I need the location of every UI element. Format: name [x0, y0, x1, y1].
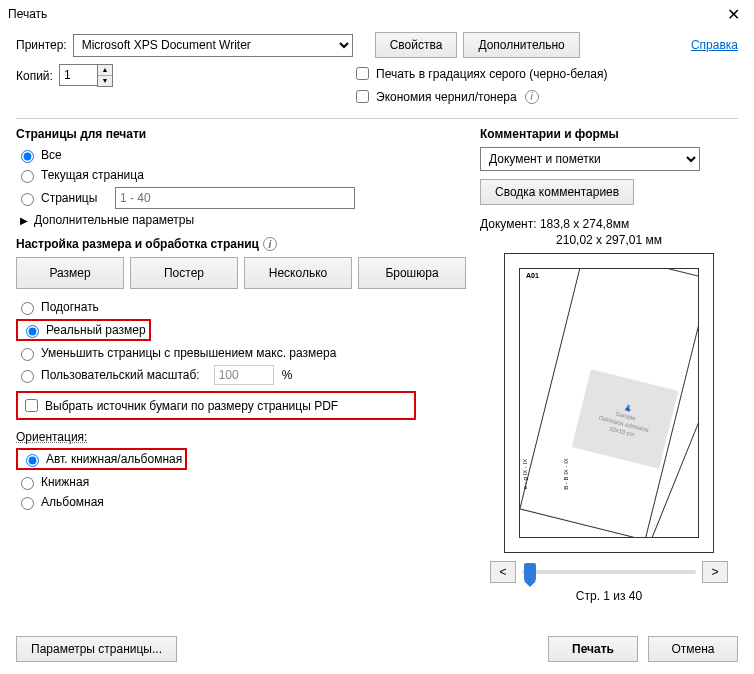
- print-button[interactable]: Печать: [548, 636, 638, 662]
- chevron-left-icon: <: [499, 565, 506, 579]
- comments-select[interactable]: Документ и пометки: [480, 147, 700, 171]
- prev-page-button[interactable]: <: [490, 561, 516, 583]
- comments-summary-button[interactable]: Сводка комментариев: [480, 179, 634, 205]
- grayscale-checkbox[interactable]: [356, 67, 369, 80]
- orientation-auto-label: Авт. книжная/альбомная: [46, 452, 182, 466]
- pages-heading: Страницы для печати: [16, 127, 466, 141]
- orientation-portrait-label: Книжная: [41, 475, 89, 489]
- custom-scale-radio[interactable]: [21, 370, 34, 383]
- chevron-right-icon: >: [711, 565, 718, 579]
- printer-label: Принтер:: [16, 38, 67, 52]
- mode-size-button[interactable]: Размер: [16, 257, 124, 289]
- pages-current-radio[interactable]: [21, 170, 34, 183]
- preview-text-fragment: e - g IX - IX: [522, 459, 528, 489]
- page-slider[interactable]: [522, 570, 696, 574]
- copies-field[interactable]: [59, 64, 97, 86]
- orientation-auto-radio[interactable]: [26, 454, 39, 467]
- pages-range-label: Страницы: [41, 191, 111, 205]
- close-icon[interactable]: ✕: [721, 5, 746, 24]
- sizing-heading: Настройка размера и обработка страниц: [16, 237, 259, 251]
- spin-up-icon[interactable]: ▲: [98, 65, 112, 76]
- grayscale-label: Печать в градациях серого (черно-белая): [376, 67, 607, 81]
- advanced-button[interactable]: Дополнительно: [463, 32, 579, 58]
- custom-scale-label: Пользовательский масштаб:: [41, 368, 200, 382]
- triangle-right-icon: ▶: [20, 215, 28, 226]
- pages-range-input[interactable]: [115, 187, 355, 209]
- mode-brochure-button[interactable]: Брошюра: [358, 257, 466, 289]
- pages-current-label: Текущая страница: [41, 168, 144, 182]
- info-icon[interactable]: i: [263, 237, 277, 251]
- next-page-button[interactable]: >: [702, 561, 728, 583]
- help-link[interactable]: Справка: [691, 38, 738, 52]
- paper-source-label: Выбрать источник бумаги по размеру стран…: [45, 399, 338, 413]
- comments-heading: Комментарии и формы: [480, 127, 738, 141]
- shrink-label: Уменьшить страницы с превышением макс. р…: [41, 346, 336, 360]
- orientation-auto-highlight: Авт. книжная/альбомная: [16, 448, 187, 470]
- actual-size-radio[interactable]: [26, 325, 39, 338]
- paper-source-checkbox[interactable]: [25, 399, 38, 412]
- printer-select[interactable]: Microsoft XPS Document Writer: [73, 34, 353, 57]
- actual-size-label: Реальный размер: [46, 323, 146, 337]
- shrink-radio[interactable]: [21, 348, 34, 361]
- page-setup-button[interactable]: Параметры страницы...: [16, 636, 177, 662]
- doc-size-label: Документ: 183,8 x 274,8мм: [480, 217, 738, 231]
- copies-input[interactable]: ▲ ▼: [59, 64, 113, 87]
- save-ink-checkbox[interactable]: [356, 90, 369, 103]
- preview-page: A01 👗 Sample Odnoslos odnoslos 10x10 cm …: [519, 268, 699, 538]
- mode-poster-button[interactable]: Постер: [130, 257, 238, 289]
- orientation-landscape-label: Альбомная: [41, 495, 104, 509]
- paper-source-highlight: Выбрать источник бумаги по размеру стран…: [16, 391, 416, 420]
- copies-label: Копий:: [16, 69, 53, 83]
- pages-all-label: Все: [41, 148, 62, 162]
- more-options-label: Дополнительные параметры: [34, 213, 194, 227]
- window-title: Печать: [8, 7, 47, 21]
- percent-label: %: [282, 368, 293, 382]
- custom-scale-input: 100: [214, 365, 274, 385]
- more-options-toggle[interactable]: ▶ Дополнительные параметры: [20, 213, 466, 227]
- actual-size-highlight: Реальный размер: [16, 319, 151, 341]
- pages-all-radio[interactable]: [21, 150, 34, 163]
- fit-radio[interactable]: [21, 302, 34, 315]
- paper-size-label: 210,02 x 297,01 мм: [480, 233, 738, 247]
- orientation-landscape-radio[interactable]: [21, 497, 34, 510]
- spin-down-icon[interactable]: ▼: [98, 76, 112, 87]
- cancel-button[interactable]: Отмена: [648, 636, 738, 662]
- save-ink-label: Экономия чернил/тонера: [376, 90, 517, 104]
- print-preview: A01 👗 Sample Odnoslos odnoslos 10x10 cm …: [504, 253, 714, 553]
- orientation-heading: Ориентация:: [16, 430, 466, 444]
- mode-multi-button[interactable]: Несколько: [244, 257, 352, 289]
- preview-page-tag: A01: [526, 272, 539, 279]
- properties-button[interactable]: Свойства: [375, 32, 458, 58]
- info-icon[interactable]: i: [525, 90, 539, 104]
- orientation-portrait-radio[interactable]: [21, 477, 34, 490]
- fit-label: Подогнать: [41, 300, 99, 314]
- pages-range-radio[interactable]: [21, 193, 34, 206]
- preview-text-fragment: B - B IX - IX: [563, 458, 569, 490]
- page-counter: Стр. 1 из 40: [480, 589, 738, 603]
- slider-thumb[interactable]: [524, 563, 536, 581]
